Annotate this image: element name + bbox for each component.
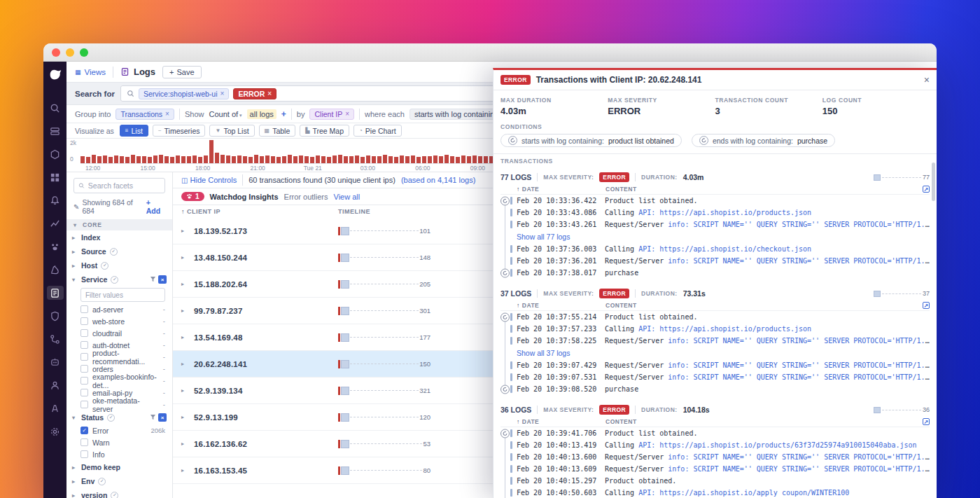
facet-value-filter-input[interactable]: Filter values — [80, 288, 165, 302]
log-row[interactable]: Feb 20 10:40:13.609 Request/Server info:… — [500, 463, 930, 475]
viz-tab-tree-map[interactable]: ▙Tree Map — [300, 125, 349, 137]
facet-option-cloudtrail[interactable]: cloudtrail - — [66, 327, 172, 339]
add-facet-button[interactable]: + Add — [146, 198, 165, 215]
facet-search-box[interactable] — [74, 178, 165, 193]
clear-facet-filter-icon[interactable]: × — [158, 413, 167, 422]
facet-option-examples-bookinfo-det-[interactable]: examples-bookinfo-det... - — [66, 375, 172, 387]
facet-option-web-store[interactable]: web-store - — [66, 315, 172, 327]
ci-icon[interactable] — [47, 332, 64, 346]
apm-icon[interactable] — [47, 263, 64, 277]
facet-item-env[interactable]: ▸Env ✓ — [66, 474, 172, 488]
remove-pill-icon[interactable]: × — [165, 110, 169, 118]
remove-pill-icon[interactable]: × — [345, 110, 349, 118]
save-button[interactable]: +Save — [162, 66, 202, 78]
infrastructure-icon[interactable] — [47, 124, 64, 138]
log-link[interactable]: https://api.shopist.io/products.json — [659, 325, 811, 333]
log-row[interactable]: Feb 20 10:37:57.233 Calling API: https:/… — [500, 323, 930, 335]
expand-table-icon[interactable]: ↗ — [923, 186, 930, 193]
facet-option-ad-server[interactable]: ad-server - — [66, 303, 172, 315]
close-panel-icon[interactable]: × — [924, 75, 930, 85]
log-row[interactable]: Feb 20 10:37:36.201 Request/Server info:… — [500, 255, 930, 267]
facet-item-demo-keep[interactable]: ▸Demo keep — [66, 460, 172, 474]
log-row[interactable]: Feb 20 10:33:36.422 Product list obtaine… — [500, 195, 930, 207]
monitors-icon[interactable] — [47, 193, 64, 207]
checkbox[interactable] — [80, 353, 88, 361]
column-date[interactable]: ↑DATE — [517, 302, 606, 309]
datadog-logo-icon[interactable] — [48, 67, 63, 83]
log-row[interactable]: Feb 20 10:40:13.600 Request/Server info:… — [500, 451, 930, 463]
checkbox[interactable] — [80, 317, 88, 325]
expand-chevron-icon[interactable]: ▸ — [181, 228, 188, 234]
facet-option-error[interactable]: ✓ Error 206k — [66, 424, 172, 436]
log-row[interactable]: Feb 20 10:37:58.225 Request/Server info:… — [500, 335, 930, 347]
log-row[interactable]: Feb 20 10:39:08.520 purchase — [500, 383, 930, 395]
facet-option-warn[interactable]: Warn — [66, 436, 172, 448]
search-icon[interactable] — [47, 101, 64, 115]
panel-scrollbar[interactable] — [932, 162, 935, 201]
checkbox[interactable] — [80, 341, 88, 349]
hide-controls-button[interactable]: ◫ Hide Controls — [181, 176, 237, 184]
expand-table-icon[interactable]: ↗ — [923, 302, 930, 309]
log-row[interactable]: Feb 20 10:39:07.429 Request/Server info:… — [500, 359, 930, 371]
condition-start-chip[interactable]: starts with log containing: product list… — [500, 134, 682, 147]
close-window-button[interactable] — [52, 48, 60, 57]
show-all-logs-link[interactable]: Show all 77 logs — [500, 230, 930, 243]
column-client-ip[interactable]: ↑CLIENT IP — [181, 208, 338, 215]
serverless-icon[interactable] — [47, 401, 64, 415]
column-date[interactable]: ↑DATE — [517, 186, 606, 193]
checkbox[interactable] — [80, 401, 88, 408]
expand-chevron-icon[interactable]: ▸ — [181, 441, 188, 447]
rum-icon[interactable] — [47, 378, 64, 392]
viz-tab-top-list[interactable]: ▼Top List — [209, 125, 254, 137]
group-pill-transactions[interactable]: Transactions× — [115, 109, 174, 120]
based-on-logs-link[interactable]: (based on 4,141 logs) — [401, 176, 475, 184]
viz-tab-list[interactable]: ≡List — [120, 125, 148, 137]
viz-tab-timeseries[interactable]: ~Timeseries — [153, 125, 206, 137]
by-pill-client-ip[interactable]: Client IP× — [309, 109, 354, 120]
column-timeline[interactable]: TIMELINE — [338, 208, 370, 215]
facet-item-version[interactable]: ▸version ✓ — [66, 488, 172, 498]
host-map-icon[interactable] — [47, 147, 64, 161]
facet-item-index[interactable]: ▸Index — [66, 230, 172, 244]
expand-chevron-icon[interactable]: ▸ — [181, 307, 188, 314]
edit-icon[interactable]: ✎ — [74, 203, 79, 211]
expand-chevron-icon[interactable]: ▸ — [181, 334, 188, 340]
search-pill-error[interactable]: ERROR× — [233, 88, 276, 99]
minimize-window-button[interactable] — [66, 48, 74, 57]
log-row[interactable]: Feb 20 10:33:43.261 Request/Server info:… — [500, 219, 930, 230]
expand-chevron-icon[interactable]: ▸ — [181, 361, 188, 367]
log-row[interactable]: Feb 20 10:37:36.003 Calling API: https:/… — [500, 243, 930, 255]
clear-facet-filter-icon[interactable]: × — [158, 275, 167, 284]
log-row[interactable]: Feb 20 10:39:41.706 Product list obtaine… — [500, 427, 930, 439]
expand-chevron-icon[interactable]: ▸ — [181, 281, 188, 287]
facet-option-product-recommendati-[interactable]: product-recommendati... - — [66, 351, 172, 363]
dashboards-icon[interactable] — [47, 170, 64, 184]
views-button[interactable]: ▦Views — [75, 68, 106, 76]
checkbox[interactable] — [80, 305, 88, 313]
checkbox[interactable] — [80, 438, 88, 446]
metrics-icon[interactable] — [47, 216, 64, 230]
facet-search-input[interactable] — [88, 181, 160, 190]
facet-group-core[interactable]: ▾CORE — [66, 219, 172, 230]
checkbox[interactable] — [80, 377, 88, 385]
log-row[interactable]: Feb 20 10:33:43.086 Calling API: https:/… — [500, 207, 930, 219]
facet-option-info[interactable]: Info — [66, 448, 172, 460]
expand-chevron-icon[interactable]: ▸ — [181, 467, 188, 473]
watchdog-view-all-link[interactable]: View all — [334, 193, 360, 201]
checkbox[interactable]: ✓ — [80, 427, 88, 434]
expand-table-icon[interactable]: ↗ — [923, 418, 930, 425]
checkbox[interactable] — [80, 389, 88, 396]
column-date[interactable]: ↑DATE — [517, 418, 606, 425]
log-link[interactable]: https://api.shopist.io/products.json — [659, 209, 811, 216]
remove-pill-icon[interactable]: × — [267, 90, 272, 97]
facet-item-host[interactable]: ▸Host ✓ — [66, 258, 172, 272]
expand-chevron-icon[interactable]: ▸ — [181, 387, 188, 394]
log-row[interactable]: Feb 20 10:40:15.297 Product obtained. — [500, 475, 930, 487]
log-link[interactable]: https://api.shopist.io/apply_coupon/WINT… — [659, 489, 849, 497]
log-row[interactable]: Feb 20 10:37:38.017 purchase — [500, 267, 930, 279]
checkbox[interactable] — [80, 329, 88, 337]
facet-item-source[interactable]: ▸Source ✓ — [66, 244, 172, 258]
log-row[interactable]: Feb 20 10:37:55.214 Product list obtaine… — [500, 311, 930, 323]
log-row[interactable]: Feb 20 10:39:07.531 Request/Server info:… — [500, 371, 930, 383]
synthetics-icon[interactable] — [47, 355, 64, 369]
